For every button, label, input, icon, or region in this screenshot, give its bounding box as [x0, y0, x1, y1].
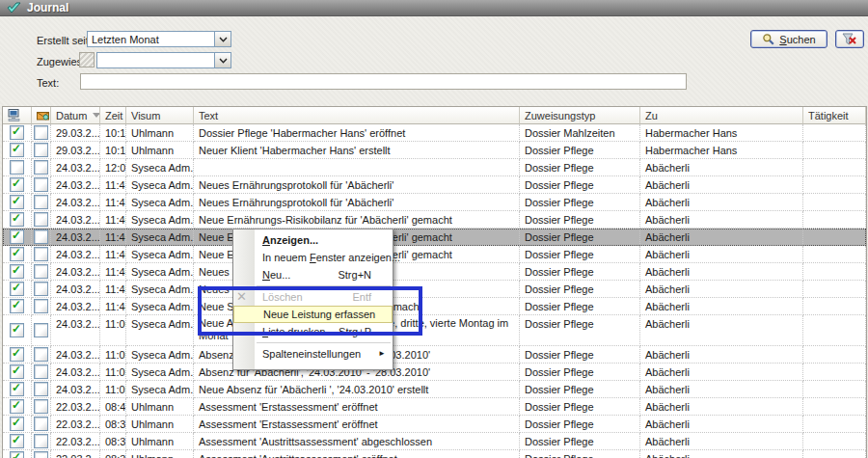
column-header-text[interactable]: Text — [194, 107, 520, 124]
menu-item-spalteneinstellungen[interactable]: Spalteneinstellungen► — [233, 345, 393, 363]
clear-filter-button[interactable] — [835, 30, 864, 48]
cell-c2[interactable] — [32, 364, 51, 381]
cell-c1[interactable] — [3, 281, 32, 298]
cell-c2[interactable] — [32, 298, 51, 315]
row-sync-checkbox[interactable] — [10, 212, 24, 227]
cell-c2[interactable] — [32, 142, 51, 159]
column-header-sys[interactable] — [3, 107, 32, 124]
column-header-visum[interactable]: Visum — [126, 107, 194, 124]
cell-c2[interactable] — [32, 124, 51, 142]
row-sync-checkbox[interactable] — [10, 160, 24, 175]
cell-c2[interactable] — [32, 315, 51, 346]
column-header-zeit[interactable]: Zeit — [100, 107, 126, 124]
cell-c2[interactable] — [32, 246, 51, 263]
table-row[interactable]: 22.03.2...08:36UhlmannAssessment 'Austri… — [3, 450, 866, 458]
text-filter-input[interactable] — [80, 73, 687, 90]
cell-c2[interactable] — [32, 416, 51, 433]
cell-c2[interactable] — [32, 229, 51, 246]
cell-c1[interactable] — [3, 246, 32, 263]
cell-c2[interactable] — [32, 346, 51, 364]
cell-c2[interactable] — [32, 381, 51, 398]
row-sync-checkbox[interactable] — [10, 264, 24, 279]
table-row[interactable]: 24.03.2...11:05Syseca Adm...Absenz für '… — [3, 364, 866, 381]
row-sync-checkbox[interactable] — [10, 417, 24, 431]
row-mail-checkbox[interactable] — [34, 143, 48, 157]
row-mail-checkbox[interactable] — [34, 264, 48, 279]
cell-c1[interactable] — [3, 263, 32, 281]
cell-c2[interactable] — [32, 281, 51, 298]
row-mail-checkbox[interactable] — [34, 177, 48, 192]
row-mail-checkbox[interactable] — [34, 434, 48, 448]
table-row[interactable]: 24.03.2...11:06Syseca Adm...Neue Absenz-… — [3, 315, 866, 346]
row-mail-checkbox[interactable] — [34, 125, 48, 140]
row-mail-checkbox[interactable] — [34, 299, 48, 313]
cell-c2[interactable] — [32, 194, 51, 211]
row-sync-checkbox[interactable] — [10, 299, 24, 313]
table-row[interactable]: 24.03.2...11:46Syseca Adm...Neue Ernähru… — [3, 229, 866, 246]
table-row[interactable]: 29.03.2...10:14UhlmannDossier Pflege 'Ha… — [3, 124, 866, 142]
table-row[interactable]: 24.03.2...11:47Syseca Adm...Neues Ernähr… — [3, 176, 866, 194]
table-row[interactable]: 24.03.2...11:46Syseca Adm...Neue Ernähru… — [3, 246, 866, 263]
row-sync-checkbox[interactable] — [10, 347, 24, 362]
row-sync-checkbox[interactable] — [10, 323, 24, 337]
row-mail-checkbox[interactable] — [34, 195, 48, 209]
row-sync-checkbox[interactable] — [10, 195, 24, 209]
table-row[interactable]: 22.03.2...08:36UhlmannAssessment 'Erstas… — [3, 416, 866, 433]
table-row[interactable]: 24.03.2...12:09Syseca Adm...Dossier Pfle… — [3, 159, 866, 176]
table-row[interactable]: 24.03.2...11:47Syseca Adm...Neues Ernähr… — [3, 194, 866, 211]
cell-c1[interactable] — [3, 176, 32, 194]
row-mail-checkbox[interactable] — [34, 399, 48, 414]
cell-c1[interactable] — [3, 381, 32, 398]
column-header-zu[interactable]: Zu — [640, 107, 803, 124]
row-mail-checkbox[interactable] — [34, 382, 48, 396]
created-since-combobox[interactable]: Letzten Monat — [87, 31, 231, 47]
cell-c1[interactable] — [3, 450, 32, 458]
cell-c2[interactable] — [32, 398, 51, 416]
table-row[interactable]: 22.03.2...08:42UhlmannAssessment 'Erstas… — [3, 398, 866, 416]
row-mail-checkbox[interactable] — [34, 247, 48, 261]
chevron-down-icon[interactable] — [214, 53, 231, 67]
row-sync-checkbox[interactable] — [10, 382, 24, 396]
row-mail-checkbox[interactable] — [34, 417, 48, 431]
table-row[interactable]: 24.03.2...11:46Syseca Adm...Neue Ernähru… — [3, 211, 866, 229]
cell-c1[interactable] — [3, 315, 32, 346]
row-mail-checkbox[interactable] — [34, 451, 48, 458]
cell-c1[interactable] — [3, 398, 32, 416]
cell-c1[interactable] — [3, 364, 32, 381]
cell-c1[interactable] — [3, 124, 32, 142]
menu-item-neu[interactable]: Neu...Strg+N — [233, 266, 393, 283]
row-sync-checkbox[interactable] — [10, 434, 24, 448]
table-row[interactable]: 22.03.2...08:36UhlmannAssessment 'Austri… — [3, 433, 866, 450]
cell-c2[interactable] — [32, 433, 51, 450]
row-sync-checkbox[interactable] — [10, 125, 24, 140]
table-row[interactable]: 24.03.2...11:45Syseca Adm...Neues Sturzp… — [3, 263, 866, 281]
row-mail-checkbox[interactable] — [34, 229, 48, 244]
table-row[interactable]: 24.03.2...11:45Syseca Adm...Neues Sturzp… — [3, 281, 866, 298]
column-header-mail[interactable] — [32, 107, 51, 124]
cell-c1[interactable] — [3, 298, 32, 315]
cell-c1[interactable] — [3, 229, 32, 246]
menu-item-anzeigen[interactable]: Anzeigen... — [233, 231, 393, 249]
cell-c1[interactable] — [3, 159, 32, 176]
row-mail-checkbox[interactable] — [34, 160, 48, 175]
menu-item-neue-leistung[interactable]: Neue Leistung erfassen — [233, 306, 393, 323]
row-sync-checkbox[interactable] — [10, 282, 24, 296]
row-sync-checkbox[interactable] — [10, 364, 24, 379]
cell-c1[interactable] — [3, 142, 32, 159]
row-sync-checkbox[interactable] — [10, 399, 24, 414]
column-header-datum[interactable]: Datum — [51, 107, 100, 124]
table-row[interactable]: 24.03.2...11:05Syseca Adm...Absenz für '… — [3, 346, 866, 364]
row-sync-checkbox[interactable] — [10, 451, 24, 458]
table-row[interactable]: 29.03.2...10:14UhlmannNeuer Klient 'Habe… — [3, 142, 866, 159]
column-header-taet[interactable]: Tätigkeit — [803, 107, 866, 124]
assigned-to-combobox[interactable] — [96, 52, 231, 68]
cell-c2[interactable] — [32, 159, 51, 176]
row-sync-checkbox[interactable] — [10, 247, 24, 261]
cell-c1[interactable] — [3, 346, 32, 364]
row-mail-checkbox[interactable] — [34, 347, 48, 362]
column-header-typ[interactable]: Zuweisungstyp — [520, 107, 640, 124]
menu-item-neues-fenster[interactable]: In neuem Fenster anzeigen... — [233, 249, 393, 266]
cell-c1[interactable] — [3, 211, 32, 229]
table-row[interactable]: 24.03.2...11:05Syseca Adm...Neue Absenz … — [3, 381, 866, 398]
chevron-down-icon[interactable] — [214, 32, 231, 46]
